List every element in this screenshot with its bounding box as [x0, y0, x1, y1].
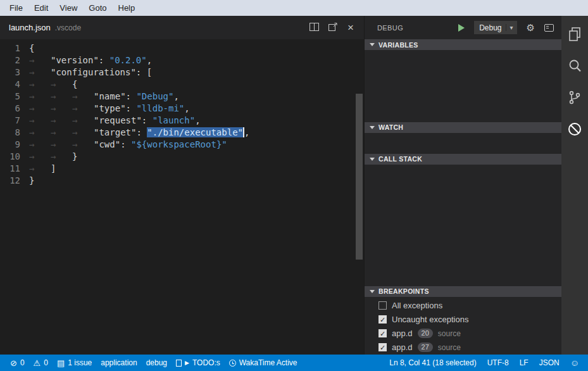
- error-count[interactable]: ⊘ 0: [10, 358, 25, 367]
- start-debug-button[interactable]: [458, 24, 465, 32]
- line-number[interactable]: 2: [0, 54, 29, 66]
- line-number[interactable]: 6: [0, 103, 29, 115]
- breakpoint-item[interactable]: ✓Uncaught exceptions: [365, 313, 561, 327]
- language-mode[interactable]: JSON: [539, 358, 560, 367]
- search-icon[interactable]: [566, 58, 583, 74]
- code-line[interactable]: 2→"version": "0.2.0",: [0, 54, 364, 66]
- code-line[interactable]: 11→]: [0, 163, 364, 175]
- menu-file[interactable]: File: [4, 1, 28, 15]
- line-number[interactable]: 9: [0, 139, 29, 151]
- line-content: →→→"name": "Debug",: [29, 91, 179, 103]
- whitespace-arrow-icon: →: [51, 115, 72, 127]
- warning-count[interactable]: ⚠ 0: [34, 358, 48, 367]
- main-area: launch.json .vscode × 1{2→"version": "0.…: [0, 16, 588, 355]
- line-content: →→}: [29, 151, 77, 163]
- line-number[interactable]: 7: [0, 115, 29, 127]
- launch-status[interactable]: debug: [146, 358, 167, 367]
- editor-scrollbar[interactable]: [355, 39, 364, 355]
- line-number[interactable]: 11: [0, 163, 29, 175]
- whitespace-arrow-icon: →: [72, 91, 94, 103]
- eol-indicator[interactable]: LF: [520, 358, 529, 367]
- section-header-watch[interactable]: WATCH: [365, 122, 561, 133]
- line-content: →→→"target": "./bin/executable",: [29, 127, 249, 139]
- gear-icon[interactable]: ⚙: [527, 22, 535, 34]
- line-number[interactable]: 1: [0, 42, 29, 54]
- code-token: :: [99, 55, 109, 65]
- code-line[interactable]: 3→"configurations": [: [0, 66, 364, 79]
- line-number[interactable]: 12: [0, 175, 29, 187]
- code-token: "configurations": [51, 67, 136, 77]
- whitespace-arrow-icon: →: [72, 115, 94, 127]
- breakpoint-item[interactable]: ✓app.d27source: [365, 341, 561, 355]
- code-token: :: [142, 115, 153, 125]
- debug-console-icon[interactable]: [544, 24, 554, 32]
- section-header-call-stack[interactable]: CALL STACK: [365, 154, 561, 165]
- breakpoint-label: app.d: [392, 343, 413, 352]
- whitespace-arrow-icon: →: [51, 79, 72, 91]
- whitespace-arrow-icon: →: [29, 79, 51, 91]
- code-editor[interactable]: 1{2→"version": "0.2.0",3→"configurations…: [0, 39, 364, 355]
- activity-bar: [561, 16, 588, 355]
- menu-help[interactable]: Help: [113, 1, 141, 15]
- code-token: "lldb-mi": [136, 103, 184, 113]
- checkbox-checked-icon[interactable]: ✓: [378, 315, 387, 324]
- whitespace-arrow-icon: →: [29, 91, 51, 103]
- feedback-smiley-icon[interactable]: ☺: [570, 358, 579, 368]
- issues-label: 1 issue: [68, 358, 92, 367]
- tab-launch-json[interactable]: launch.json .vscode: [0, 16, 89, 39]
- explorer-files-icon[interactable]: [566, 26, 583, 42]
- checkbox-checked-icon[interactable]: ✓: [378, 343, 387, 351]
- tab-filename: launch.json: [9, 23, 51, 32]
- breakpoint-item[interactable]: All exceptions: [365, 299, 561, 313]
- encoding-indicator[interactable]: UTF-8: [487, 358, 509, 367]
- line-number[interactable]: 5: [0, 91, 29, 103]
- warning-icon: ⚠: [34, 359, 41, 367]
- debug-config-dropdown[interactable]: Debug ▾: [474, 21, 516, 34]
- line-number[interactable]: 8: [0, 127, 29, 139]
- cursor-position[interactable]: Ln 8, Col 41 (18 selected): [389, 358, 476, 367]
- close-icon[interactable]: ×: [347, 23, 354, 32]
- code-line[interactable]: 4→→{: [0, 79, 364, 91]
- whitespace-arrow-icon: →: [51, 91, 72, 103]
- wakatime-status[interactable]: WakaTime Active: [229, 358, 297, 367]
- code-line[interactable]: 1{: [0, 42, 364, 54]
- split-editor-icon[interactable]: [310, 22, 319, 34]
- code-token: :: [136, 127, 147, 137]
- line-number[interactable]: 3: [0, 66, 29, 79]
- code-line[interactable]: 10→→}: [0, 151, 364, 163]
- whitespace-arrow-icon: →: [51, 151, 72, 163]
- mini-play-icon: ▶: [185, 360, 189, 366]
- task-status[interactable]: application: [101, 358, 137, 367]
- whitespace-arrow-icon: →: [51, 127, 72, 139]
- breakpoint-item[interactable]: ✓app.d20source: [365, 327, 561, 341]
- line-content: →→→"cwd": "${workspaceRoot}": [29, 139, 227, 151]
- section-title: WATCH: [378, 123, 403, 131]
- git-branch-icon[interactable]: [566, 89, 583, 106]
- watch-content: [365, 133, 561, 154]
- code-line[interactable]: 9→→→"cwd": "${workspaceRoot}": [0, 139, 364, 151]
- menu-view[interactable]: View: [54, 1, 83, 15]
- open-preview-icon[interactable]: [328, 22, 338, 34]
- line-number[interactable]: 10: [0, 151, 29, 163]
- checkbox-checked-icon[interactable]: ✓: [378, 329, 387, 337]
- editor-actions: ×: [310, 22, 364, 34]
- todo-status[interactable]: ▶ TODO:s: [176, 358, 220, 367]
- menu-edit[interactable]: Edit: [28, 1, 54, 15]
- code-line[interactable]: 7→→→"request": "launch",: [0, 115, 364, 127]
- code-line[interactable]: 5→→→"name": "Debug",: [0, 91, 364, 103]
- code-line[interactable]: 6→→→"type": "lldb-mi",: [0, 103, 364, 115]
- issues-status[interactable]: ▤ 1 issue: [57, 358, 92, 367]
- debug-disabled-icon[interactable]: [566, 121, 583, 137]
- line-number[interactable]: 4: [0, 79, 29, 91]
- status-bar: ⊘ 0 ⚠ 0 ▤ 1 issue application debug ▶ TO…: [0, 355, 588, 371]
- scrollbar-thumb[interactable]: [356, 94, 363, 260]
- menu-bar: FileEditViewGotoHelp: [0, 0, 588, 16]
- line-number-badge: 20: [418, 329, 433, 338]
- section-header-variables[interactable]: VARIABLES: [365, 39, 561, 50]
- code-line[interactable]: 12}: [0, 175, 364, 187]
- code-token: "request": [94, 115, 142, 125]
- code-line[interactable]: 8→→→"target": "./bin/executable",: [0, 127, 364, 139]
- menu-goto[interactable]: Goto: [83, 1, 112, 15]
- checkbox-unchecked-icon[interactable]: [378, 301, 387, 310]
- section-header-breakpoints[interactable]: BREAKPOINTS: [365, 286, 561, 297]
